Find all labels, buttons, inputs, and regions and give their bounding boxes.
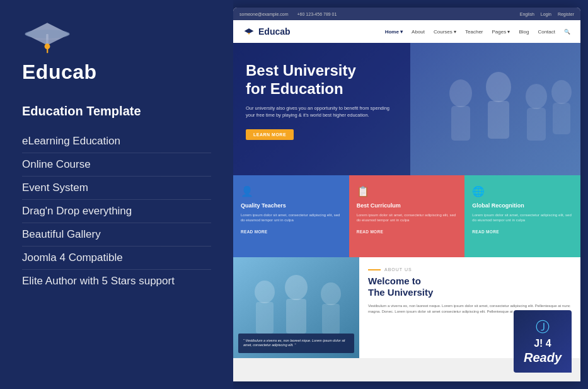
svg-marker-5 — [25, 23, 69, 40]
card-best-curriculum: 📋 Best Curriculum Lorem ipsum dolor sit … — [349, 175, 465, 257]
hero-content: Best Universityfor Education Our univers… — [246, 62, 435, 140]
feature-item-5: Joomla 4 Compatible — [22, 247, 211, 270]
nav-about[interactable]: About — [412, 29, 425, 35]
joomla-badge: Ⓙ J! 4 Ready — [514, 310, 572, 373]
graduation-cap-icon — [22, 18, 72, 55]
about-title: Welcome toThe University — [368, 276, 572, 298]
nav-pages[interactable]: Pages ▾ — [492, 29, 510, 35]
brand-title: Educab — [22, 61, 97, 84]
feature-item-6: Elite Author with 5 Stars support — [22, 270, 211, 293]
curriculum-icon: 📋 — [357, 185, 458, 197]
hero-section: Best Universityfor Education Our univers… — [233, 43, 580, 175]
cards-section: 👤 Quality Teachers Lorem ipsum dolor sit… — [233, 175, 580, 257]
feature-item-3: Drag'n Drop everything — [22, 200, 211, 223]
card-desc-2: Lorem ipsum dolor sit amet, consectetur … — [357, 212, 458, 223]
card-title-3: Global Recognition — [472, 202, 573, 209]
card-link-2[interactable]: READ MORE — [357, 229, 458, 234]
about-quote: " Vestibulum a viverra ex, non laoreet n… — [238, 334, 354, 353]
svg-point-8 — [248, 33, 250, 34]
svg-point-19 — [255, 281, 275, 303]
svg-point-12 — [486, 72, 511, 102]
svg-rect-4 — [47, 47, 48, 53]
card-link-1[interactable]: READ MORE — [241, 229, 342, 234]
topbar-register[interactable]: Register — [558, 12, 574, 16]
nav-search-icon[interactable]: 🔍 — [564, 29, 570, 35]
people-svg — [410, 43, 580, 175]
about-label: ABOUT US — [368, 267, 572, 272]
joomla-icon: Ⓙ — [536, 318, 550, 337]
navbar-brand: Educab — [258, 26, 291, 37]
feature-item-4: Beautiful Gallery — [22, 223, 211, 247]
template-title: Education Template — [22, 104, 211, 119]
sidebar: Educab Education Template eLearning Educ… — [0, 0, 233, 389]
svg-point-23 — [321, 282, 341, 305]
card-title-1: Quality Teachers — [241, 202, 342, 209]
navbar: Educab Home ▾ About Courses ▾ Teacher Pa… — [233, 20, 580, 43]
svg-point-16 — [551, 80, 572, 104]
svg-rect-24 — [322, 304, 340, 334]
card-desc-3: Lorem ipsum dolor sit amet, consectetur … — [472, 212, 573, 223]
nav-cap-icon — [243, 27, 255, 36]
joomla-version: J! 4 — [534, 338, 551, 349]
feature-item-1: Online Course — [22, 153, 211, 177]
joomla-ready: Ready — [524, 351, 562, 365]
topbar-email: someone@example.com — [239, 12, 289, 16]
about-image: " Vestibulum a viverra ex, non laoreet n… — [233, 257, 359, 358]
svg-rect-13 — [488, 101, 509, 139]
card-link-3[interactable]: READ MORE — [472, 229, 573, 234]
navbar-menu: Home ▾ About Courses ▾ Teacher Pages ▾ B… — [385, 29, 570, 35]
topbar-language[interactable]: English — [520, 12, 534, 16]
logo-area: Educab — [22, 18, 211, 93]
svg-point-14 — [526, 84, 547, 109]
feature-list: eLearning EducationOnline CourseEvent Sy… — [22, 130, 211, 293]
topbar-right: English Login Register — [520, 12, 574, 16]
svg-point-10 — [449, 79, 472, 107]
card-desc-1: Lorem ipsum dolor sit amet, consectetur … — [241, 212, 342, 223]
svg-rect-15 — [527, 108, 546, 141]
hero-image — [410, 43, 580, 175]
nav-blog[interactable]: Blog — [519, 29, 529, 35]
topbar-phone: +60 123-456 789 01 — [297, 12, 337, 16]
svg-rect-20 — [256, 302, 274, 334]
svg-point-21 — [285, 275, 308, 300]
hero-title: Best Universityfor Education — [246, 62, 435, 98]
hero-cta-button[interactable]: LEARN MORE — [246, 129, 294, 140]
card-global-recognition: 🌐 Global Recognition Lorem ipsum dolor s… — [464, 175, 580, 257]
card-title-2: Best Curriculum — [357, 202, 458, 209]
nav-contact[interactable]: Contact — [538, 29, 555, 35]
hero-subtitle: Our university also gives you an opportu… — [246, 105, 391, 119]
about-quote-container: " Vestibulum a viverra ex, non laoreet n… — [238, 334, 354, 353]
svg-rect-17 — [553, 103, 570, 134]
svg-rect-22 — [286, 299, 306, 334]
topbar-left: someone@example.com +60 123-456 789 01 — [239, 12, 337, 16]
card-quality-teachers: 👤 Quality Teachers Lorem ipsum dolor sit… — [233, 175, 349, 257]
preview-area: someone@example.com +60 123-456 789 01 E… — [233, 8, 580, 381]
topbar-login[interactable]: Login — [541, 12, 551, 16]
nav-teacher[interactable]: Teacher — [465, 29, 483, 35]
nav-home[interactable]: Home ▾ — [385, 29, 403, 35]
global-icon: 🌐 — [472, 185, 573, 197]
feature-item-0: eLearning Education — [22, 130, 211, 153]
svg-rect-11 — [451, 106, 470, 141]
nav-courses[interactable]: Courses ▾ — [434, 29, 456, 35]
topbar: someone@example.com +60 123-456 789 01 E… — [233, 8, 580, 20]
navbar-logo: Educab — [243, 26, 291, 37]
teachers-icon: 👤 — [241, 185, 342, 197]
feature-item-2: Event System — [22, 177, 211, 200]
